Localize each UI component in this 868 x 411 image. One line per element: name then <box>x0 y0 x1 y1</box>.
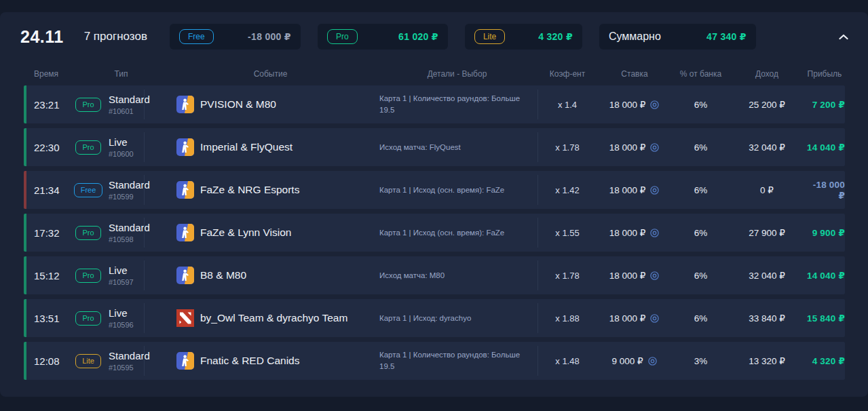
eye-icon[interactable] <box>649 228 660 238</box>
event-name: B8 & M80 <box>200 269 246 281</box>
bet-details: Карта 1 | Количество раундов: Больше 19.… <box>377 93 537 115</box>
col-header-details: Детали - Выбор <box>377 69 537 79</box>
profit-value: -18 000 ₽ <box>804 180 845 201</box>
eye-icon[interactable] <box>649 100 660 110</box>
event-name: FaZe & NRG Esports <box>200 184 299 196</box>
event-name: FaZe & Lynn Vision <box>200 227 291 239</box>
coefficient: x 1.78 <box>537 256 597 294</box>
row-id: #10598 <box>109 235 144 243</box>
coefficient: x 1.4 <box>537 85 597 123</box>
row-type: Live <box>109 136 144 149</box>
row-tier-badge: Pro <box>75 269 100 283</box>
forecast-row[interactable]: 15:12 Pro Live #10597 <box>24 256 845 294</box>
chevron-up-icon <box>839 34 848 40</box>
eye-icon[interactable] <box>649 313 660 324</box>
total-label: Суммарно <box>609 31 661 43</box>
bank-percent: 6% <box>672 228 730 238</box>
lite-tier-badge: Lite <box>474 29 505 44</box>
forecast-row[interactable]: 21:34 Free Standard #10599 <box>24 171 845 209</box>
stake-value: 18 000 ₽ <box>609 184 646 195</box>
row-tier-badge: Free <box>74 183 103 197</box>
bet-details: Карта 1 | Количество раундов: Больше 19.… <box>377 349 537 372</box>
counter-strike-game-icon <box>176 267 194 284</box>
forecast-row[interactable]: 23:21 Pro Standard #10601 <box>24 85 845 123</box>
income-value: 0 ₽ <box>730 184 804 195</box>
row-type: Live <box>109 307 144 319</box>
col-header-time: Время <box>26 69 71 79</box>
income-value: 33 840 ₽ <box>730 313 804 324</box>
eye-icon[interactable] <box>649 271 660 281</box>
income-value: 25 200 ₽ <box>730 99 804 110</box>
event-name: PVISION & M80 <box>200 98 276 111</box>
row-type-block: Standard #10595 <box>105 350 144 372</box>
profit-value: 4 320 ₽ <box>804 355 845 366</box>
row-tier-badge: Pro <box>75 98 100 112</box>
bank-percent: 6% <box>672 271 730 281</box>
row-type: Standard <box>109 222 144 234</box>
stat-box-pro: Pro 61 020 ₽ <box>318 24 448 50</box>
row-time: 15:12 <box>26 270 71 281</box>
event-name: Fnatic & RED Canids <box>200 355 299 367</box>
row-id: #10600 <box>109 150 144 158</box>
eye-icon[interactable] <box>649 185 660 195</box>
row-time: 13:51 <box>26 313 71 324</box>
row-id: #10599 <box>109 193 144 201</box>
bet-details: Карта 1 | Исход: dyrachyo <box>377 313 537 324</box>
profit-value: 15 840 ₽ <box>804 313 845 324</box>
row-type-block: Standard #10598 <box>105 222 144 243</box>
income-value: 32 040 ₽ <box>730 142 804 153</box>
collapse-day-button[interactable] <box>834 27 853 46</box>
row-time: 22:30 <box>26 142 71 153</box>
bet-details: Карта 1 | Исход (осн. время): FaZe <box>377 227 537 239</box>
row-time: 21:34 <box>26 184 71 196</box>
forecast-count: 7 прогнозов <box>84 30 147 43</box>
row-tier-badge: Pro <box>75 311 100 326</box>
counter-strike-game-icon <box>176 181 194 199</box>
forecast-row[interactable]: 17:32 Pro Standard #10598 <box>24 214 845 252</box>
eye-icon[interactable] <box>647 356 658 366</box>
eye-icon[interactable] <box>649 142 660 153</box>
row-type-block: Standard #10601 <box>105 94 144 115</box>
stake-value: 18 000 ₽ <box>609 99 646 110</box>
day-card: 24.11 7 прогнозов Free -18 000 ₽ Pro 61 … <box>0 12 868 397</box>
event-name: by_Owl Team & dyrachyo Team <box>200 312 347 324</box>
bet-details: Исход матча: FlyQuest <box>377 142 537 153</box>
free-total-value: -18 000 ₽ <box>248 31 291 42</box>
forecast-row[interactable]: 12:08 Lite Standard #10595 <box>24 342 845 380</box>
table-header-row: Время Тип Событие Детали - Выбор Коэф-ен… <box>0 62 868 85</box>
free-tier-badge: Free <box>179 29 214 44</box>
income-value: 32 040 ₽ <box>730 270 804 281</box>
bank-percent: 3% <box>672 356 730 366</box>
counter-strike-game-icon <box>176 138 194 156</box>
col-header-bankpct: % от банка <box>672 69 730 79</box>
row-time: 12:08 <box>26 355 71 367</box>
event-name: Imperial & FlyQuest <box>200 141 293 153</box>
dota2-game-icon <box>176 309 194 327</box>
row-type-block: Live #10596 <box>105 307 144 329</box>
stat-box-total: Суммарно 47 340 ₽ <box>599 24 756 50</box>
lite-total-value: 4 320 ₽ <box>538 31 573 42</box>
stat-box-free: Free -18 000 ₽ <box>170 24 301 50</box>
profit-value: 14 040 ₽ <box>804 270 845 281</box>
pro-total-value: 61 020 ₽ <box>398 31 438 42</box>
row-tier-badge: Pro <box>75 140 100 155</box>
stake-value: 18 000 ₽ <box>609 313 646 324</box>
row-id: #10597 <box>109 278 144 286</box>
coefficient: x 1.42 <box>537 171 597 209</box>
forecast-row[interactable]: 13:51 Pro Live #10596 <box>24 299 845 337</box>
row-id: #10596 <box>109 321 144 329</box>
row-time: 17:32 <box>26 227 71 239</box>
forecast-row[interactable]: 22:30 Pro Live #10600 <box>24 128 845 166</box>
row-type: Standard <box>109 94 144 106</box>
summary-stats: Free -18 000 ₽ Pro 61 020 ₽ Lite 4 320 ₽… <box>170 24 756 50</box>
pro-tier-badge: Pro <box>327 29 358 44</box>
stake-value: 9 000 ₽ <box>611 355 643 366</box>
bet-details: Исход матча: M80 <box>377 270 537 281</box>
date-label: 24.11 <box>20 27 64 47</box>
col-header-stake: Ставка <box>597 69 672 79</box>
row-type: Standard <box>109 350 144 362</box>
total-value: 47 340 ₽ <box>706 31 747 42</box>
bet-details: Карта 1 | Исход (осн. время): FaZe <box>377 184 537 196</box>
stake-value: 18 000 ₽ <box>609 227 646 238</box>
row-type-block: Standard #10599 <box>105 179 144 201</box>
